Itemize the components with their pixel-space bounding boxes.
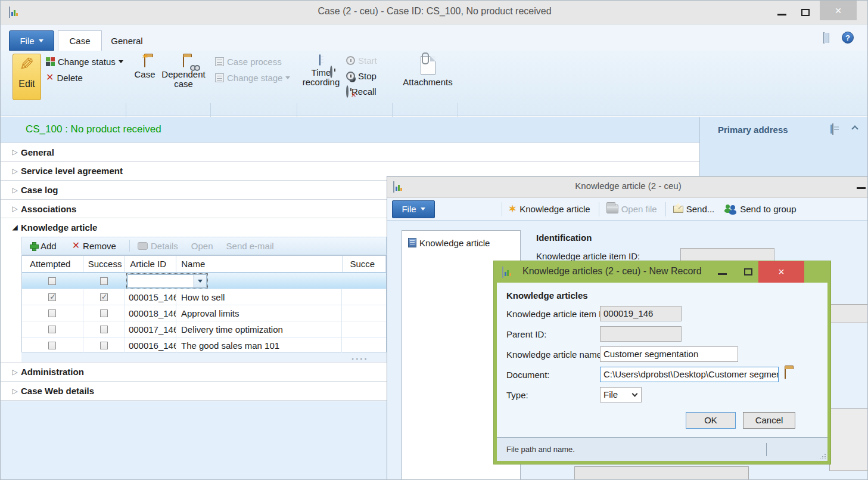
article-name-field[interactable]: Customer segmentation: [600, 346, 738, 362]
dropdown-arrow-icon: [421, 208, 425, 210]
close-button[interactable]: ×: [758, 261, 804, 283]
open-button[interactable]: Open: [191, 239, 213, 252]
cancel-button[interactable]: Cancel: [743, 412, 795, 429]
change-status-icon: [46, 57, 55, 66]
recall-button[interactable]: ✕ Recall: [346, 85, 377, 98]
status-text: File path and name.: [506, 445, 575, 454]
change-stage-button[interactable]: Change stage: [215, 71, 290, 84]
attempted-checkbox[interactable]: [48, 342, 56, 349]
attempted-checkbox[interactable]: [48, 277, 56, 285]
file-menu-button[interactable]: File: [9, 30, 54, 51]
column-header-success[interactable]: Success: [83, 256, 125, 272]
parent-id-field[interactable]: [600, 326, 682, 342]
success-checkbox[interactable]: [100, 342, 108, 349]
send-button[interactable]: Send...: [673, 203, 715, 216]
browse-folder-button[interactable]: [785, 368, 786, 379]
resize-grip-icon[interactable]: [820, 454, 826, 459]
article-id-cell: 000018_146: [125, 305, 176, 321]
maximize-button[interactable]: [801, 9, 810, 16]
layout-toggle-icon[interactable]: [823, 32, 825, 44]
attempted-checkbox[interactable]: [48, 326, 56, 333]
start-clock-icon: [346, 56, 355, 65]
attachments-button[interactable]: Attachments: [401, 53, 455, 87]
knowledge-grid-toolbar: Add ✕Remove Details Open Send e-mail: [21, 237, 387, 255]
grid-row[interactable]: 000015_146 How to sell: [22, 289, 386, 305]
type-select[interactable]: File: [600, 387, 642, 402]
item-id-field[interactable]: 000019_146: [600, 306, 682, 321]
tree-item-knowledge-article[interactable]: Knowledge article: [408, 236, 520, 249]
stop-button[interactable]: Stop: [346, 69, 377, 82]
article-toolbar: File ✶ Knowledge article Open file Send.…: [387, 198, 868, 221]
ok-button[interactable]: OK: [686, 412, 736, 429]
grid-row[interactable]: 000017_146 Delivery time optimization: [22, 321, 386, 337]
combo-dropdown-button[interactable]: [194, 274, 207, 288]
column-header-name[interactable]: Name: [176, 256, 342, 272]
article-name-label: Knowledge article name:: [506, 349, 604, 360]
file-menu-label: File: [20, 36, 34, 46]
collapsed-triangle-icon: ▷: [9, 167, 21, 175]
recall-clock-icon: [346, 85, 349, 98]
start-button[interactable]: Start: [346, 54, 377, 67]
help-button[interactable]: ?: [842, 32, 854, 44]
checklist-icon: [215, 57, 224, 66]
time-recording-button[interactable]: Timerecording: [302, 53, 340, 87]
minimize-button[interactable]: [857, 187, 866, 189]
success-checkbox[interactable]: [100, 326, 108, 333]
details-button[interactable]: Details: [138, 239, 178, 252]
combo-input[interactable]: [127, 274, 194, 288]
grid-resize-strip[interactable]: ▪▪▪▪: [21, 352, 387, 362]
column-header-attempted[interactable]: Attempted: [22, 256, 83, 272]
section-general[interactable]: ▷General: [1, 143, 699, 161]
notebook-icon: [408, 238, 416, 247]
item-id-label: Knowledge article item ID:: [506, 309, 610, 319]
open-folder-icon: [606, 205, 618, 213]
edit-button[interactable]: ✎ Edit: [13, 54, 41, 100]
column-header-success-rate[interactable]: Succe: [343, 256, 387, 272]
tab-general[interactable]: General: [103, 30, 151, 51]
success-checkbox[interactable]: [100, 309, 108, 317]
minimize-button[interactable]: [718, 273, 727, 275]
grid-new-row[interactable]: [22, 272, 386, 289]
add-button[interactable]: Add: [30, 239, 57, 252]
notebook-icon: [319, 54, 321, 66]
success-checkbox[interactable]: [100, 277, 108, 285]
collapse-chevron-icon[interactable]: [851, 125, 858, 132]
article-id-combobox[interactable]: [127, 274, 207, 288]
maximize-button[interactable]: [744, 268, 752, 275]
document-field[interactable]: C:\Users\dprobst\Desktop\Customer segmen…: [600, 367, 779, 382]
remove-button[interactable]: ✕Remove: [72, 239, 116, 252]
grid-row[interactable]: 000018_146 Approval limits: [22, 305, 386, 321]
attempted-checkbox[interactable]: [48, 309, 56, 317]
item-id-label: Knowledge article item ID:: [536, 251, 640, 261]
people-icon: [725, 205, 737, 214]
minimize-button[interactable]: [777, 14, 786, 16]
file-menu-button[interactable]: File: [392, 200, 435, 218]
dialog-status-bar: File path and name.: [497, 437, 827, 461]
window-title: Case (2 - ceu) - Case ID: CS_100, No pro…: [1, 6, 868, 17]
open-file-button[interactable]: Open file: [606, 203, 657, 216]
new-knowledge-article-button[interactable]: ✶ Knowledge article: [508, 203, 590, 216]
identification-heading: Identification: [536, 233, 592, 243]
send-to-group-button[interactable]: Send to group: [725, 203, 796, 216]
success-checkbox[interactable]: [100, 293, 108, 301]
dependent-case-button[interactable]: Dependentcase: [161, 53, 206, 89]
send-email-button[interactable]: Send e-mail: [226, 239, 274, 252]
attempted-checkbox[interactable]: [48, 293, 56, 301]
column-header-article-id[interactable]: Article ID: [125, 256, 176, 272]
article-id-cell: 000016_146: [125, 337, 176, 353]
collapsed-triangle-icon: ▷: [9, 387, 21, 395]
address-book-icon[interactable]: [832, 123, 833, 135]
dropdown-arrow-icon: [285, 76, 290, 79]
collapsed-triangle-icon: ▷: [9, 205, 21, 213]
new-case-button[interactable]: ✶ Case: [129, 53, 160, 79]
delete-button[interactable]: ✕ Delete: [46, 71, 83, 84]
tab-case[interactable]: Case: [58, 30, 102, 51]
change-status-button[interactable]: Change status: [46, 55, 123, 68]
case-process-button[interactable]: Case process: [215, 55, 282, 68]
dialog-title: Knowledge articles (2 - ceu) - New Recor…: [522, 266, 702, 277]
grid-resize-handle-icon[interactable]: ▪▪▪▪: [351, 356, 369, 362]
dialog-body: Knowledge articles Knowledge article ite…: [497, 283, 827, 437]
close-button[interactable]: ×: [820, 1, 857, 20]
new-star-icon: ✶: [142, 52, 148, 60]
grid-row[interactable]: 000016_146 The good sales man 101: [22, 337, 386, 353]
